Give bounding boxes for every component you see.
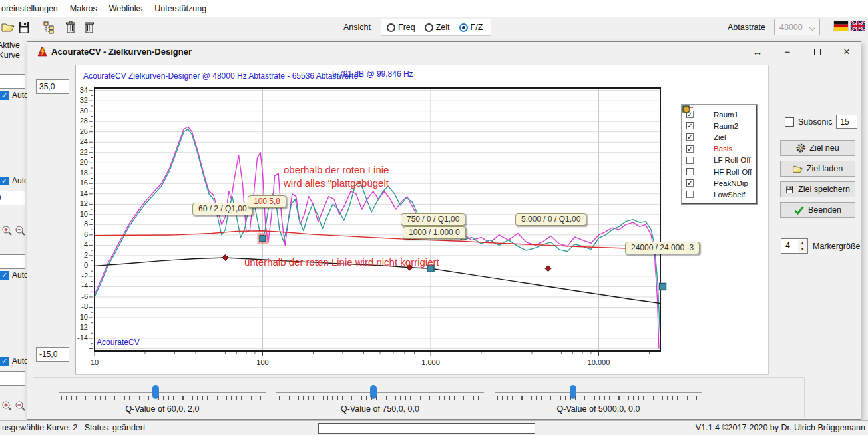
zielkurven-designer-window: AcourateCV - Zielkurven-Designer ↔ − × 3… [27, 41, 861, 420]
menu-item-voreinstellungen[interactable]: oreinstellungen [0, 1, 64, 16]
zoom-out-icon[interactable] [15, 225, 26, 236]
slider-track[interactable] [495, 392, 702, 393]
legend-checkbox[interactable]: ✓ [686, 179, 694, 187]
subsonic-input[interactable]: 15 [836, 115, 857, 129]
ziel-speichern-button[interactable]: Ziel speichern [780, 181, 855, 197]
radio-fz-label: F/Z [471, 23, 483, 32]
slider-track[interactable] [276, 392, 484, 393]
chart-watermark: AcourateCV [97, 338, 140, 347]
panel-divider [771, 62, 771, 420]
y-axis-tick-label: -12 [73, 323, 88, 331]
window-title: AcourateCV - Zielkurven-Designer [51, 47, 192, 57]
spinner-down-icon[interactable]: ▼ [798, 246, 807, 252]
y-axis-tick-label: -14 [73, 334, 88, 342]
axis-max-input-2[interactable]: .0 [0, 254, 25, 269]
resize-button[interactable]: ↔ [748, 44, 767, 59]
chart-legend: ✓Raum1✓Raum2✓Ziel✓BasisLF Roll-OffHF Rol… [682, 105, 757, 204]
peakndip-marker[interactable] [545, 266, 551, 272]
radio-fz[interactable]: F/Z [459, 23, 483, 32]
radio-zeit[interactable]: Zeit [425, 23, 450, 32]
y-axis-tick-label: -8 [73, 302, 88, 310]
menu-item-unterstuetzung[interactable]: Unterstützung [148, 1, 212, 16]
delete-all-icon[interactable] [83, 21, 96, 34]
minimize-button[interactable]: − [777, 44, 797, 59]
zoom-in-icon[interactable] [1, 400, 13, 412]
status-left-text: usgewählte Kurve: 2 Status: geändert [2, 423, 145, 432]
y-axis-tick-label: 24 [73, 137, 88, 145]
cursor-readout: 5,791 dB @ 99,846 Hz [332, 69, 413, 79]
auto-checkbox-2[interactable]: ✓Auto [0, 176, 27, 185]
radio-freq[interactable]: Freq [387, 23, 415, 32]
beenden-label: Beenden [808, 205, 841, 215]
uk-flag-icon[interactable] [851, 21, 865, 31]
y-axis-tick-label: 26 [73, 127, 88, 135]
save-icon[interactable] [17, 21, 31, 34]
subsonic-checkbox[interactable] [785, 117, 794, 127]
zoom-in-icon[interactable] [1, 225, 13, 236]
panel-divider [771, 262, 862, 262]
legend-label: Raum1 [714, 111, 738, 119]
marker-tooltip: 750 / 0 / Q1,00 [401, 213, 465, 226]
auto-checkbox-4[interactable]: ✓Auto [0, 356, 27, 366]
y-axis-tick-label: 0 [73, 261, 88, 269]
curve-tree-icon[interactable] [43, 21, 56, 34]
axis-min-input-2[interactable]: 1.0 [0, 371, 25, 386]
subsonic-label: Subsonic [798, 117, 832, 127]
chart-ymax-input[interactable]: 35,0 [36, 79, 69, 94]
marker-tooltip: 100 5,8 [248, 195, 286, 208]
chart-annotation: unterhalb der roten Linie wird nicht kor… [244, 256, 439, 269]
delete-curve-icon[interactable] [64, 21, 77, 34]
auto-checkbox-1[interactable]: ✓Auto [0, 91, 27, 100]
legend-checkbox[interactable] [686, 157, 694, 164]
basis-marker[interactable] [660, 283, 666, 290]
maximize-button[interactable] [807, 44, 827, 59]
menu-item-weblinks[interactable]: Weblinks [103, 1, 148, 16]
ziel-laden-label: Ziel laden [807, 164, 843, 173]
ziel-neu-button[interactable]: Ziel neu [780, 140, 855, 156]
legend-checkbox[interactable] [686, 191, 694, 198]
y-axis-tick-label: 4 [73, 240, 88, 248]
ziel-laden-button[interactable]: Ziel laden [780, 161, 855, 177]
x-axis-tick-label: 100 [256, 358, 268, 366]
chart-ymin-input[interactable]: -15,0 [36, 347, 69, 362]
window-titlebar[interactable]: AcourateCV - Zielkurven-Designer ↔ − × [27, 42, 861, 61]
legend-checkbox[interactable] [686, 168, 694, 175]
ansicht-label: Ansicht [343, 23, 371, 32]
abtastrate-dropdown[interactable]: 48000 [774, 19, 820, 35]
marker-size-spinner[interactable]: 4 ▲ ▼ [781, 238, 808, 254]
close-button[interactable]: × [837, 44, 857, 59]
legend-checkbox[interactable]: ✓ [686, 133, 694, 141]
radio-fz-dot[interactable] [459, 23, 468, 32]
x-axis-tick-label: 1.000 [421, 358, 440, 366]
auto-checkbox-3[interactable]: ✓Auto [0, 270, 27, 280]
auto-label: Auto [12, 91, 27, 100]
legend-item-hf-roll-off: HF Roll-Off [686, 166, 752, 177]
y-axis-tick-label: -10 [73, 313, 88, 321]
beenden-button[interactable]: Beenden [780, 202, 855, 218]
version-text: V1.1.4 ©2017-2020 by Dr. Ulrich Brüggema… [696, 423, 865, 432]
open-file-icon[interactable] [1, 21, 15, 34]
legend-item-raum1: ✓Raum1 [686, 109, 752, 120]
radio-zeit-dot[interactable] [425, 23, 433, 32]
selected-marker[interactable] [260, 236, 266, 242]
zoom-out-icon[interactable] [15, 400, 26, 412]
abtastrate-label: Abtastrate [728, 23, 765, 32]
radio-freq-dot[interactable] [387, 23, 395, 32]
y-axis-tick-label: 32 [73, 96, 88, 104]
axis-max-input-1[interactable]: 5.0 [0, 74, 25, 89]
y-axis-tick-label: 22 [73, 148, 88, 156]
legend-checkbox[interactable]: ✓ [686, 145, 694, 153]
y-axis-tick-label: -6 [73, 292, 88, 300]
marker-tooltip: 24000 / 24.000 -3 [625, 242, 700, 254]
series-ziel [95, 231, 663, 250]
marker-tooltip: 60 / 2 / Q1,00 [192, 203, 253, 215]
legend-checkbox[interactable]: ✓ [686, 122, 694, 129]
chart-ymin-value: -15,0 [39, 350, 57, 359]
menu-item-makros[interactable]: Makros [64, 1, 103, 16]
y-axis-tick-label: 30 [73, 107, 88, 115]
x-axis-tick-label: 10.000 [588, 358, 610, 366]
subsonic-value: 15 [840, 117, 849, 127]
german-flag-icon[interactable] [834, 21, 848, 31]
slider-track[interactable] [59, 392, 266, 393]
axis-min-input-1[interactable]: 35.0 [0, 191, 25, 205]
